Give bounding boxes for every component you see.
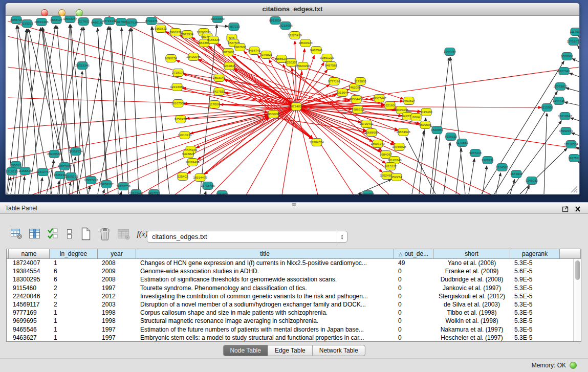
table-cell[interactable]: 6 xyxy=(50,276,98,283)
table-cell[interactable]: 0 xyxy=(394,301,433,308)
network-canvas[interactable]: 1872400718300295193845549163822896012889… xyxy=(6,16,579,194)
table-cell[interactable]: Investigating the contribution of common… xyxy=(136,293,394,300)
graph-edge[interactable] xyxy=(296,67,579,106)
table-cell[interactable]: 9463627 xyxy=(9,334,50,341)
table-cell[interactable]: 0 xyxy=(394,326,433,333)
graph-edge[interactable] xyxy=(430,136,437,194)
table-cell[interactable]: Yano et al. (2008) xyxy=(433,259,510,267)
table-cell[interactable]: 6 xyxy=(50,268,98,275)
table-cell[interactable]: Tourette syndrome. Phenomenology and cla… xyxy=(136,285,394,292)
column-header-name[interactable]: name xyxy=(9,249,50,259)
tab-node-table[interactable]: Node Table xyxy=(223,345,268,356)
vertical-scrollbar[interactable] xyxy=(573,259,581,341)
graph-edge[interactable] xyxy=(566,88,579,92)
graph-edge[interactable] xyxy=(510,180,515,194)
table-cell[interactable]: 5.5E-5 xyxy=(510,293,560,300)
graph-edge[interactable] xyxy=(296,106,389,194)
column-header-title[interactable]: title xyxy=(136,249,394,259)
graph-edge[interactable] xyxy=(193,57,312,139)
graph-edge[interactable] xyxy=(69,182,71,194)
table-cell[interactable]: Changes of HCN gene expression and I(f) … xyxy=(136,259,394,267)
table-cell[interactable]: Genome-wide association studies in ADHD. xyxy=(136,268,394,275)
column-header-out_de[interactable]: △out_de... xyxy=(394,249,433,259)
table-cell[interactable]: 9115460 xyxy=(9,285,50,292)
column-visibility-icon[interactable] xyxy=(26,226,44,242)
table-cell[interactable]: 5.3E-5 xyxy=(510,317,560,324)
table-cell[interactable]: 1 xyxy=(50,334,98,341)
table-cell[interactable]: 5.3E-5 xyxy=(510,259,560,267)
table-cell[interactable]: Nakamura et al. (1997) xyxy=(433,326,510,333)
graph-edge[interactable] xyxy=(469,159,474,194)
table-row[interactable]: 1872400712008Changes of HCN gene express… xyxy=(7,259,573,267)
graph-edge[interactable] xyxy=(121,28,128,194)
table-cell[interactable]: 18300295 xyxy=(9,276,50,283)
graph-edge[interactable] xyxy=(483,166,487,194)
column-header-pagerank[interactable]: pagerank xyxy=(510,249,560,259)
graph-edge[interactable] xyxy=(296,106,318,194)
table-cell[interactable]: Wolkin et al. (1998) xyxy=(433,317,510,324)
graph-edge[interactable] xyxy=(482,61,564,194)
table-cell[interactable]: 0 xyxy=(394,293,433,300)
table-cell[interactable]: 9777169 xyxy=(9,309,50,316)
table-panel-titlebar[interactable]: Table Panel xyxy=(0,202,588,214)
graph-edge[interactable] xyxy=(456,148,462,194)
new-table-icon[interactable] xyxy=(77,226,95,242)
graph-edge[interactable] xyxy=(139,106,296,194)
graph-edge[interactable] xyxy=(520,148,567,194)
tab-edge-table[interactable]: Edge Table xyxy=(268,345,313,356)
table-row[interactable]: 1830029562008Estimation of significance … xyxy=(7,275,573,283)
graph-edge[interactable] xyxy=(577,46,579,48)
table-cell[interactable]: 2009 xyxy=(98,268,136,275)
table-cell[interactable]: Structural magnetic resonance image aver… xyxy=(136,317,394,324)
table-cell[interactable]: Hescheler et al. (1997) xyxy=(433,334,510,341)
graph-edge[interactable] xyxy=(433,57,449,194)
table-cell[interactable]: de Silva et al. (2003) xyxy=(433,301,510,308)
graph-edge[interactable] xyxy=(42,28,54,154)
table-body[interactable]: 1872400712008Changes of HCN gene express… xyxy=(7,259,573,341)
graph-edge[interactable] xyxy=(296,106,461,194)
graph-edge[interactable] xyxy=(205,191,206,194)
table-cell[interactable]: 0 xyxy=(394,334,433,341)
graph-edge[interactable] xyxy=(191,116,268,150)
column-header-in_degree[interactable]: in_degree xyxy=(50,249,98,259)
table-cell[interactable]: 1 xyxy=(50,326,98,333)
graph-edge[interactable] xyxy=(77,27,108,194)
table-options-icon[interactable] xyxy=(8,226,26,242)
table-selector-dropdown[interactable]: citations_edges.txt ▲▼ xyxy=(147,231,347,243)
graph-edge[interactable] xyxy=(58,181,59,194)
table-cell[interactable]: Tibbo et al. (1998) xyxy=(433,309,510,316)
graph-edge[interactable] xyxy=(564,102,579,105)
table-cell[interactable]: Jankovic et al. (1997) xyxy=(433,285,510,292)
table-cell[interactable]: 1998 xyxy=(98,309,136,316)
tab-network-table[interactable]: Network Table xyxy=(313,345,365,356)
graph-edge[interactable] xyxy=(572,59,579,62)
graph-edge[interactable] xyxy=(132,28,139,194)
table-cell[interactable]: 5.3E-5 xyxy=(510,309,560,316)
table-cell[interactable]: 1 xyxy=(50,259,98,267)
delete-table-icon[interactable] xyxy=(95,226,114,242)
table-cell[interactable]: 1997 xyxy=(98,334,136,341)
table-cell[interactable]: Corpus callosum shape and size in male p… xyxy=(136,309,394,316)
table-cell[interactable]: Estimation of significance thresholds fo… xyxy=(136,276,394,283)
table-cell[interactable]: 0 xyxy=(394,309,433,316)
graph-edge[interactable] xyxy=(121,191,122,194)
table-cell[interactable]: 1998 xyxy=(98,317,136,324)
table-row[interactable]: 1938455462009Genome-wide association stu… xyxy=(7,267,573,275)
table-cell[interactable]: Embryonic stem cells: a model to study s… xyxy=(136,334,394,341)
graph-edge[interactable] xyxy=(570,118,579,121)
graph-edge[interactable] xyxy=(296,106,541,107)
table-cell[interactable]: 18724007 xyxy=(9,259,50,267)
table-cell[interactable]: 14569117 xyxy=(9,301,50,308)
table-cell[interactable]: 2 xyxy=(50,301,98,308)
graph-edge[interactable] xyxy=(89,186,90,194)
graph-edge[interactable] xyxy=(103,189,104,194)
table-row[interactable]: 969969511998Structural magnetic resonanc… xyxy=(7,317,573,325)
network-graph-svg[interactable]: 1872400718300295193845549163822896012889… xyxy=(6,16,579,194)
table-cell[interactable]: 5.6E-5 xyxy=(510,268,560,275)
table-cell[interactable]: 1997 xyxy=(98,326,136,333)
graph-edge[interactable] xyxy=(569,73,579,77)
table-cell[interactable]: 2 xyxy=(50,285,98,292)
graph-edge[interactable] xyxy=(571,133,579,136)
table-row[interactable]: 1456911722003Disruption of a novel membe… xyxy=(7,300,573,309)
table-cell[interactable]: 2012 xyxy=(98,293,136,300)
